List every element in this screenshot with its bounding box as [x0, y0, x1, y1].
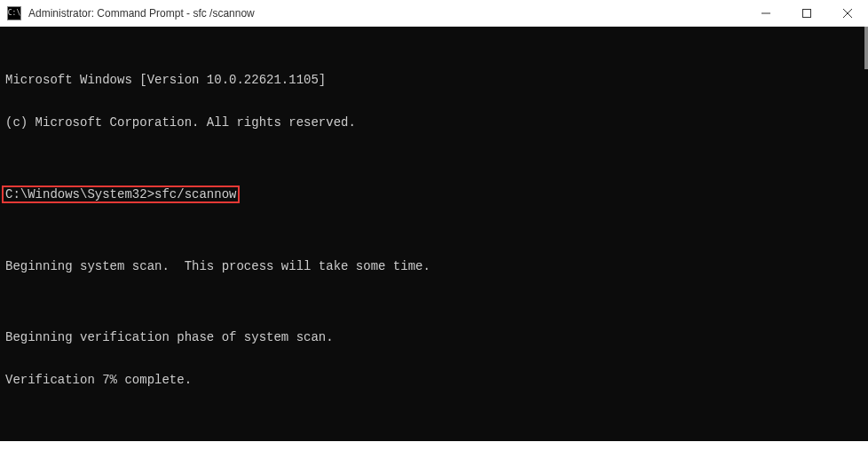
scrollbar[interactable] — [864, 27, 868, 69]
terminal-line: Microsoft Windows [Version 10.0.22621.11… — [5, 73, 863, 87]
command-prompt-window: C:\ Administrator: Command Prompt - sfc … — [0, 0, 868, 450]
terminal-line: (c) Microsoft Corporation. All rights re… — [5, 115, 863, 130]
terminal-line: Beginning system scan. This process will… — [5, 259, 863, 273]
close-icon — [843, 9, 852, 18]
maximize-icon — [802, 9, 811, 18]
app-icon: C:\ — [7, 6, 21, 20]
window-controls — [746, 0, 868, 27]
titlebar[interactable]: C:\ Administrator: Command Prompt - sfc … — [0, 0, 868, 27]
highlighted-command: C:\Windows\System32>sfc/scannow — [2, 186, 240, 203]
terminal-line: Beginning verification phase of system s… — [5, 330, 863, 344]
minimize-icon — [761, 9, 770, 18]
close-button[interactable] — [827, 0, 868, 27]
terminal-output[interactable]: Microsoft Windows [Version 10.0.22621.11… — [0, 27, 868, 441]
window-title: Administrator: Command Prompt - sfc /sca… — [28, 7, 746, 20]
window-border-bottom — [0, 441, 868, 450]
svg-rect-1 — [803, 10, 811, 18]
maximize-button[interactable] — [786, 0, 827, 27]
minimize-button[interactable] — [746, 0, 786, 27]
terminal-line: Verification 7% complete. — [5, 373, 863, 387]
terminal-line: C:\Windows\System32>sfc/scannow — [5, 186, 863, 202]
app-icon-text: C:\ — [8, 10, 20, 17]
